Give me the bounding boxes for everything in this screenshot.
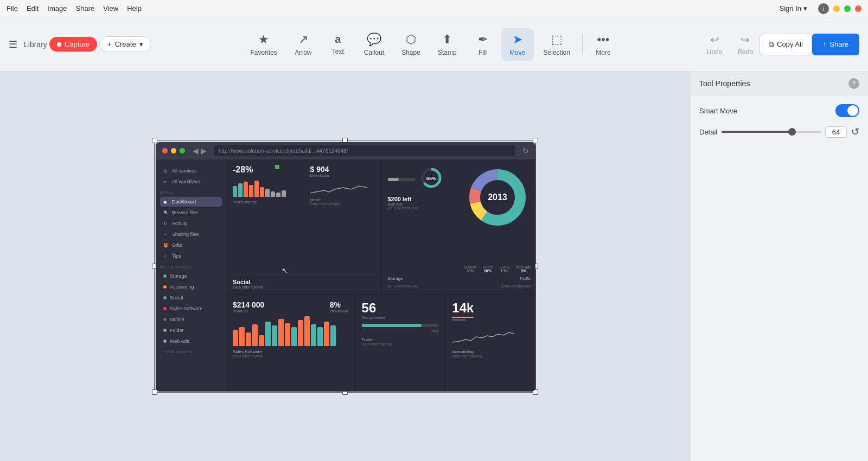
text-label: Text bbox=[332, 48, 344, 55]
undo-button[interactable]: ↩ Undo bbox=[700, 29, 729, 60]
handle-bottom-center[interactable] bbox=[342, 389, 348, 395]
toolbar: ☰ Library Capture + Create ▾ ★ Favorites… bbox=[0, 17, 868, 72]
data-intl-1: Data International bbox=[310, 202, 375, 206]
menu-help[interactable]: Help bbox=[127, 4, 142, 12]
dash-top-section: -28% bbox=[226, 159, 535, 295]
fill-icon: ✒ bbox=[478, 33, 488, 47]
yearly-pct-value: -28% bbox=[233, 165, 374, 175]
maximize-button[interactable] bbox=[844, 5, 851, 12]
donut-svg: 2013 bbox=[465, 165, 530, 230]
move-icon: ➤ bbox=[513, 33, 522, 47]
browser-chrome: ◀ ▶ http://www.solution-service.cloud/bu… bbox=[156, 142, 535, 159]
shape-icon: ⬡ bbox=[406, 33, 416, 47]
handle-mid-right[interactable] bbox=[533, 264, 538, 269]
handle-bottom-left[interactable] bbox=[152, 389, 157, 395]
copy-all-icon: ⧉ bbox=[769, 40, 774, 49]
dash-content: ⊞ All services ✏ All workflows MENU ◉ Da… bbox=[156, 159, 535, 392]
tool-selection[interactable]: ⬚ Selection bbox=[536, 28, 578, 61]
info-button[interactable]: i bbox=[818, 3, 829, 14]
tool-text[interactable]: a Text bbox=[322, 29, 354, 60]
downloads-panel: $ 904 Downloads Mobile Data Internationa… bbox=[310, 165, 375, 206]
web-ads-label: Web Ads bbox=[388, 202, 529, 206]
redo-icon: ↪ bbox=[741, 33, 750, 46]
tool-stamp[interactable]: ⬆ Stamp bbox=[430, 28, 464, 61]
svg-text:2013: 2013 bbox=[488, 193, 507, 202]
arrow-label: Arrow bbox=[295, 49, 311, 56]
menu-file[interactable]: File bbox=[7, 4, 18, 12]
detail-value: 64 bbox=[825, 126, 847, 138]
hamburger-menu[interactable]: ☰ bbox=[9, 39, 17, 50]
menu-edit[interactable]: Edit bbox=[27, 4, 39, 12]
handle-top-center[interactable] bbox=[342, 138, 348, 143]
more-label: More bbox=[596, 49, 610, 56]
help-button[interactable]: ? bbox=[848, 78, 859, 89]
storage-circle-svg: 65% bbox=[419, 166, 444, 190]
title-right-controls: Sign In ▾ i bbox=[780, 3, 861, 14]
browser-nav: ◀ ▶ bbox=[193, 146, 207, 155]
sign-in-button[interactable]: Sign In ▾ bbox=[780, 4, 807, 12]
smart-move-toggle[interactable] bbox=[835, 104, 859, 117]
folder-panel: 56 files uploaded 78% Folder Data Intern… bbox=[355, 295, 446, 392]
left-tools: ☰ Library Capture + Create ▾ bbox=[9, 36, 151, 52]
handle-top-left[interactable] bbox=[152, 138, 157, 143]
tool-shape[interactable]: ⬡ Shape bbox=[394, 28, 428, 61]
traffic-label-bottom: Traffic bbox=[519, 276, 531, 281]
data-intl-folder: Data International bbox=[362, 342, 439, 346]
sidebar-activity: ↻ Activity bbox=[160, 219, 222, 228]
tool-more[interactable]: ••• More bbox=[587, 28, 620, 61]
accounting-panel: 14k invoiced Accounting Data Internation… bbox=[445, 295, 535, 392]
svg-text:65%: 65% bbox=[426, 176, 436, 181]
detail-row: Detail 64 ↺ bbox=[699, 126, 859, 138]
canvas-area[interactable]: ◀ ▶ http://www.solution-service.cloud/bu… bbox=[0, 72, 690, 461]
minimize-button[interactable] bbox=[833, 5, 840, 12]
tool-arrow[interactable]: ↗ Arrow bbox=[287, 28, 320, 61]
sidebar-tips: ☆ Tips bbox=[160, 251, 222, 261]
conversion-pct: 8% bbox=[330, 300, 348, 309]
sidebar-sales-software: Sales Software bbox=[160, 304, 222, 313]
data-intl-3: Data International bbox=[388, 206, 529, 210]
traffic-search: Search 38% bbox=[464, 265, 476, 273]
sidebar-accounting: Accounting bbox=[160, 282, 222, 292]
detail-slider-thumb[interactable] bbox=[788, 128, 796, 136]
tool-callout[interactable]: 💬 Callout bbox=[356, 28, 392, 61]
tool-fill[interactable]: ✒ Fill bbox=[467, 28, 499, 61]
sidebar-menu-label: MENU bbox=[160, 191, 222, 195]
redo-button[interactable]: ↪ Redo bbox=[731, 29, 760, 60]
handle-mid-left[interactable] bbox=[152, 264, 157, 269]
svg-point-1 bbox=[475, 175, 520, 220]
menu-share[interactable]: Share bbox=[76, 4, 95, 12]
storage-bar-bg bbox=[388, 178, 415, 181]
dash-main: -28% bbox=[226, 159, 535, 392]
shape-label: Shape bbox=[401, 49, 420, 56]
capture-dot bbox=[57, 42, 61, 47]
accounting-label: Accounting bbox=[452, 349, 529, 354]
browser-url: http://www.solution-service.cloud/build/… bbox=[214, 145, 515, 156]
tool-move[interactable]: ➤ Move bbox=[501, 28, 534, 61]
reset-button[interactable]: ↺ bbox=[851, 126, 859, 138]
handle-top-right[interactable] bbox=[533, 138, 538, 143]
menu-bar: File Edit Image Share View Help bbox=[7, 4, 142, 12]
share-button[interactable]: ↑ Share bbox=[812, 34, 859, 55]
panel-title: Tool Properties bbox=[699, 79, 750, 88]
browser-minimize bbox=[171, 148, 176, 153]
tool-favorites[interactable]: ★ Favorites bbox=[242, 28, 284, 61]
create-button[interactable]: + Create ▾ bbox=[99, 36, 151, 52]
capture-button[interactable]: Capture bbox=[49, 37, 97, 52]
copy-all-button[interactable]: ⧉ Copy All bbox=[760, 34, 812, 55]
menu-image[interactable]: Image bbox=[47, 4, 67, 12]
stamp-label: Stamp bbox=[438, 49, 457, 56]
toggle-knob bbox=[847, 105, 858, 116]
close-button[interactable] bbox=[855, 5, 861, 12]
undo-redo-group: ↩ Undo ↪ Redo bbox=[700, 29, 760, 60]
detail-slider[interactable] bbox=[722, 131, 821, 133]
sales-value: $214 000 bbox=[233, 300, 264, 309]
undo-icon: ↩ bbox=[710, 33, 719, 46]
smart-move-row: Smart Move bbox=[699, 104, 859, 117]
traffic-social: Social 13% bbox=[499, 265, 509, 273]
sidebar-folder: Folder bbox=[160, 325, 222, 335]
data-intl-accounting: Data International bbox=[452, 354, 529, 358]
menu-view[interactable]: View bbox=[103, 4, 118, 12]
library-button[interactable]: Library bbox=[24, 40, 47, 49]
handle-bottom-right[interactable] bbox=[533, 389, 538, 395]
green-indicator bbox=[275, 165, 279, 169]
